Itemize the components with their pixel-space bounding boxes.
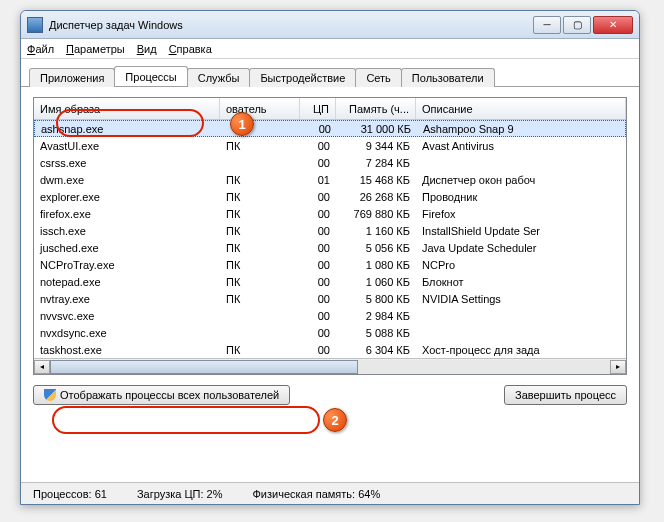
table-header: Имя образа ователь ЦП Память (ч... Описа…	[34, 98, 626, 120]
table-cell: NCProTray.exe	[34, 256, 220, 273]
table-cell: explorer.exe	[34, 188, 220, 205]
scroll-track[interactable]	[50, 360, 610, 374]
table-cell: ПК	[220, 205, 300, 222]
tab-users[interactable]: Пользователи	[401, 68, 495, 87]
status-process-count: Процессов: 61	[33, 488, 107, 500]
table-cell: 6 304 КБ	[336, 341, 416, 358]
table-cell: 2 984 КБ	[336, 307, 416, 324]
table-row[interactable]: csrss.exe007 284 КБ	[34, 154, 626, 171]
table-cell: nvtray.exe	[34, 290, 220, 307]
column-cpu[interactable]: ЦП	[300, 98, 336, 119]
table-cell: InstallShield Update Ser	[416, 222, 626, 239]
table-row[interactable]: explorer.exeПК0026 268 КБПроводник	[34, 188, 626, 205]
table-cell	[416, 154, 626, 171]
menu-help[interactable]: Справка	[169, 43, 212, 55]
table-cell: 00	[300, 239, 336, 256]
table-row[interactable]: NCProTray.exeПК001 080 КБNCPro	[34, 256, 626, 273]
column-memory[interactable]: Память (ч...	[336, 98, 416, 119]
table-cell: jusched.exe	[34, 239, 220, 256]
table-cell: ПК	[220, 290, 300, 307]
table-cell: 00	[300, 324, 336, 341]
table-cell: 1 060 КБ	[336, 273, 416, 290]
table-cell: 1 160 КБ	[336, 222, 416, 239]
uac-shield-icon	[44, 389, 56, 401]
table-cell: 00	[300, 273, 336, 290]
table-cell: nvxdsync.exe	[34, 324, 220, 341]
minimize-button[interactable]: ─	[533, 16, 561, 34]
table-cell	[220, 307, 300, 324]
table-cell: NCPro	[416, 256, 626, 273]
close-button[interactable]: ✕	[593, 16, 633, 34]
table-cell: dwm.exe	[34, 171, 220, 188]
status-cpu-load: Загрузка ЦП: 2%	[137, 488, 223, 500]
table-row[interactable]: nvtray.exeПК005 800 КБNVIDIA Settings	[34, 290, 626, 307]
table-cell: 00	[300, 205, 336, 222]
app-icon	[27, 17, 43, 33]
table-row[interactable]: dwm.exeПК0115 468 КБДиспетчер окон рабоч	[34, 171, 626, 188]
table-cell: 7 284 КБ	[336, 154, 416, 171]
table-cell: Avast Antivirus	[416, 137, 626, 154]
window-title: Диспетчер задач Windows	[49, 19, 533, 31]
table-row[interactable]: issch.exeПК001 160 КБInstallShield Updat…	[34, 222, 626, 239]
table-row[interactable]: notepad.exeПК001 060 КББлокнот	[34, 273, 626, 290]
table-cell: ПК	[220, 273, 300, 290]
table-cell: 00	[300, 341, 336, 358]
show-all-users-button[interactable]: Отображать процессы всех пользователей	[33, 385, 290, 405]
column-image-name[interactable]: Имя образа	[34, 98, 220, 119]
annotation-marker-1: 1	[230, 112, 254, 136]
table-cell: Firefox	[416, 205, 626, 222]
status-memory: Физическая память: 64%	[252, 488, 380, 500]
table-cell: ПК	[220, 341, 300, 358]
table-cell: 5 800 КБ	[336, 290, 416, 307]
table-cell: issch.exe	[34, 222, 220, 239]
annotation-marker-2: 2	[323, 408, 347, 432]
table-cell: notepad.exe	[34, 273, 220, 290]
menu-view[interactable]: Вид	[137, 43, 157, 55]
table-cell: 00	[300, 256, 336, 273]
end-process-label: Завершить процесс	[515, 389, 616, 401]
maximize-button[interactable]: ▢	[563, 16, 591, 34]
tab-services[interactable]: Службы	[187, 68, 251, 87]
scroll-thumb[interactable]	[50, 360, 358, 374]
tabstrip: Приложения Процессы Службы Быстродействи…	[21, 63, 639, 87]
tab-performance[interactable]: Быстродействие	[249, 68, 356, 87]
horizontal-scrollbar[interactable]: ◂ ▸	[34, 358, 626, 374]
table-cell: 26 268 КБ	[336, 188, 416, 205]
table-row[interactable]: ashsnap.exe0031 000 КБAshampoo Snap 9	[34, 120, 626, 137]
table-cell: 1 080 КБ	[336, 256, 416, 273]
menu-file[interactable]: Файл	[27, 43, 54, 55]
table-cell: 00	[300, 222, 336, 239]
table-row[interactable]: nvvsvc.exe002 984 КБ	[34, 307, 626, 324]
table-row[interactable]: firefox.exeПК00769 880 КБFirefox	[34, 205, 626, 222]
table-cell: ПК	[220, 137, 300, 154]
scroll-left-button[interactable]: ◂	[34, 360, 50, 374]
table-cell: Блокнот	[416, 273, 626, 290]
table-row[interactable]: taskhost.exeПК006 304 КБХост-процесс для…	[34, 341, 626, 358]
table-cell: csrss.exe	[34, 154, 220, 171]
table-cell: 00	[301, 121, 337, 136]
tab-applications[interactable]: Приложения	[29, 68, 115, 87]
table-cell: 00	[300, 154, 336, 171]
table-cell: 5 056 КБ	[336, 239, 416, 256]
table-row[interactable]: jusched.exeПК005 056 КБJava Update Sched…	[34, 239, 626, 256]
table-cell	[220, 154, 300, 171]
show-all-users-label: Отображать процессы всех пользователей	[60, 389, 279, 401]
table-cell: Диспетчер окон рабоч	[416, 171, 626, 188]
statusbar: Процессов: 61 Загрузка ЦП: 2% Физическая…	[21, 482, 639, 504]
table-cell: Ashampoo Snap 9	[417, 121, 625, 136]
tab-network[interactable]: Сеть	[355, 68, 401, 87]
table-row[interactable]: nvxdsync.exe005 088 КБ	[34, 324, 626, 341]
table-cell: 5 088 КБ	[336, 324, 416, 341]
table-cell: Проводник	[416, 188, 626, 205]
column-description[interactable]: Описание	[416, 98, 626, 119]
table-cell: Java Update Scheduler	[416, 239, 626, 256]
end-process-button[interactable]: Завершить процесс	[504, 385, 627, 405]
scroll-right-button[interactable]: ▸	[610, 360, 626, 374]
table-cell: taskhost.exe	[34, 341, 220, 358]
menu-options[interactable]: Параметры	[66, 43, 125, 55]
table-cell: ПК	[220, 188, 300, 205]
tab-processes[interactable]: Процессы	[114, 66, 187, 86]
titlebar[interactable]: Диспетчер задач Windows ─ ▢ ✕	[21, 11, 639, 39]
table-row[interactable]: AvastUI.exeПК009 344 КБAvast Antivirus	[34, 137, 626, 154]
table-cell: ПК	[220, 239, 300, 256]
